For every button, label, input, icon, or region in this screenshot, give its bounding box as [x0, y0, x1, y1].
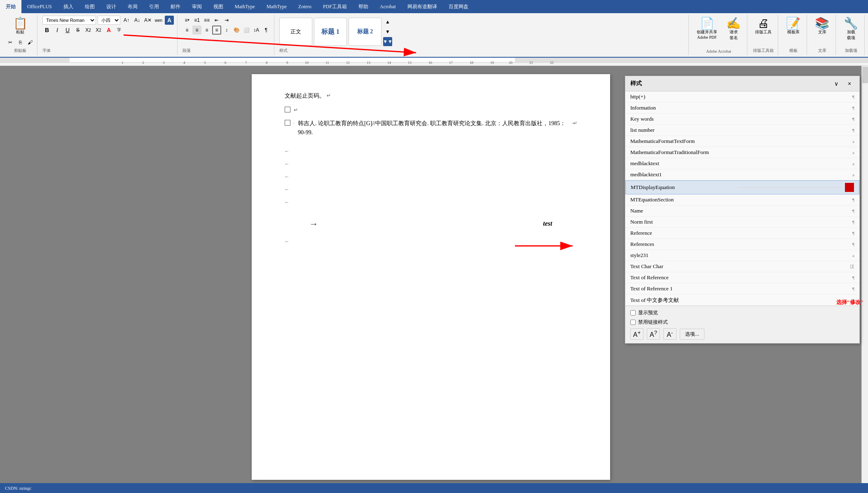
manage-styles-button[interactable]: A- — [663, 328, 676, 340]
list-item[interactable]: Text of Reference ¶ — [625, 272, 859, 283]
checkbox-1[interactable] — [285, 107, 290, 112]
font-A-button[interactable]: A — [165, 16, 174, 25]
underline-button[interactable]: U — [63, 26, 72, 35]
addons-group: 🔧 加载载项 加载项 — [838, 15, 865, 55]
subscript-button[interactable]: X2 — [84, 26, 93, 35]
test-row: → test — [285, 216, 577, 232]
tab-mathtype1[interactable]: MathType — [229, 0, 261, 13]
tab-officeplus[interactable]: OfficePLUS — [21, 0, 58, 13]
sort-button[interactable]: ↕A — [252, 26, 261, 35]
cut-button[interactable]: ✂ — [6, 38, 15, 47]
align-left-button[interactable]: ≡ — [182, 26, 192, 35]
justify-button[interactable]: ≡ — [212, 26, 221, 35]
list-item[interactable]: Text of 中文参考文献 ¶ — [625, 294, 859, 306]
tab-baidu[interactable]: 百度网盘 — [443, 0, 474, 13]
tab-review[interactable]: 审阅 — [186, 0, 208, 13]
bullet-list-button[interactable]: ≡• — [182, 16, 192, 25]
tab-view[interactable]: 视图 — [208, 0, 229, 13]
create-pdf-button[interactable]: 📄 创建并共享Adobe PDF — [693, 16, 721, 43]
tab-pdftoolbox[interactable]: PDF工具箱 — [317, 0, 353, 13]
styles-expand[interactable]: ▼▼ — [383, 37, 392, 46]
format-painter-button[interactable]: 🖌 — [26, 38, 35, 47]
list-item[interactable]: Key words ¶ — [625, 114, 859, 125]
italic-button[interactable]: I — [53, 26, 62, 35]
list-item[interactable]: Text Char Char 汉 — [625, 261, 859, 272]
list-item[interactable]: medblacktext a — [625, 158, 859, 169]
tab-mail[interactable]: 邮件 — [165, 0, 186, 13]
list-item[interactable]: MathematicaFormatTraditionalForm a — [625, 147, 859, 158]
show-marks-button[interactable]: ¶ — [262, 26, 271, 35]
styles-panel-minimize[interactable]: ∨ — [831, 79, 841, 89]
numbered-list-button[interactable]: ≡1 — [192, 16, 201, 25]
list-item[interactable]: Information ¶ — [625, 103, 859, 114]
list-item[interactable]: medblacktext1 a — [625, 169, 859, 180]
list-item[interactable]: References ¶ — [625, 239, 859, 250]
list-item[interactable]: MTEquationSection ¶ — [625, 194, 859, 206]
superscript-button[interactable]: X2 — [94, 26, 103, 35]
list-item[interactable]: Name ¶ — [625, 206, 859, 217]
disable-links-row: 禁用链接样式 — [630, 319, 854, 326]
show-preview-checkbox[interactable] — [630, 310, 636, 315]
tab-insert[interactable]: 插入 — [58, 0, 79, 13]
decrease-font-button[interactable]: A↓ — [133, 16, 142, 25]
list-item[interactable]: Reference ¶ — [625, 228, 859, 239]
increase-font-button[interactable]: A↑ — [122, 16, 131, 25]
style-heading1[interactable]: 标题 1 — [314, 18, 347, 46]
clear-format-button[interactable]: A✕ — [143, 16, 152, 25]
addons-button[interactable]: 🔧 加载载项 — [840, 16, 862, 43]
paste-button[interactable]: 📋 粘贴 — [9, 16, 31, 37]
template-button[interactable]: 📝 模板库 — [782, 16, 804, 37]
list-item[interactable]: list number ¶ — [625, 125, 859, 136]
tab-design[interactable]: 设计 — [101, 0, 122, 13]
ref-intro-line: 文献起止页码。 ↵ — [285, 91, 577, 101]
styles-scroll-up[interactable]: ▲ — [383, 17, 392, 26]
print-tools-button[interactable]: 🖨 排版工具 — [751, 16, 775, 37]
font-size-select[interactable]: 小四 — [98, 16, 120, 25]
scrollbar-thumb[interactable] — [862, 67, 868, 83]
list-item[interactable]: http(+) ¶ — [625, 91, 859, 103]
align-center-button[interactable]: ≡ — [192, 26, 201, 35]
library-button[interactable]: 📚 文库 — [811, 16, 833, 37]
list-item[interactable]: MathematicaFormatTextForm a — [625, 136, 859, 147]
style-normal[interactable]: 正文 — [279, 18, 312, 46]
style-heading2[interactable]: 标题 2 — [349, 18, 381, 46]
list-item[interactable]: Text of Reference 1 ¶ — [625, 283, 859, 294]
paste-icon: 📋 — [13, 18, 28, 29]
tab-mathtype2[interactable]: MathType — [261, 0, 292, 13]
font-color-btn[interactable]: A — [104, 26, 113, 35]
strikethrough-button[interactable]: S — [73, 26, 82, 35]
tab-help[interactable]: 帮助 — [353, 0, 374, 13]
tab-youdao[interactable]: 网易有道翻译 — [402, 0, 443, 13]
list-item[interactable]: Norm first ¶ — [625, 217, 859, 228]
options-button[interactable]: 选项... — [680, 329, 704, 340]
style-inspector-button[interactable]: A? — [647, 328, 660, 340]
tab-home[interactable]: 开始 — [0, 0, 21, 13]
border-button[interactable]: ⬜ — [242, 26, 251, 35]
disable-links-checkbox[interactable] — [630, 320, 636, 325]
tab-draw[interactable]: 绘图 — [79, 0, 101, 13]
line-spacing-button[interactable]: ↕ — [222, 26, 231, 35]
align-right-button[interactable]: ≡ — [202, 26, 211, 35]
vertical-scrollbar[interactable] — [861, 66, 868, 488]
tab-references[interactable]: 引用 — [143, 0, 165, 13]
shading-button[interactable]: 🎨 — [232, 26, 241, 35]
list-item-mtdisplay[interactable]: MTDisplayEquation — [625, 180, 859, 194]
font-name-select[interactable]: Times New Roman — [42, 16, 96, 25]
tab-zotero[interactable]: Zotero — [292, 0, 317, 13]
bold-button[interactable]: B — [42, 26, 51, 35]
checkbox-2[interactable] — [285, 120, 290, 126]
tab-acrobat[interactable]: Acrobat — [374, 0, 402, 13]
new-style-button[interactable]: A+ — [630, 328, 643, 340]
styles-scroll-down[interactable]: ▼ — [383, 27, 392, 36]
tab-layout[interactable]: 布局 — [122, 0, 143, 13]
increase-indent-button[interactable]: ⇥ — [222, 16, 231, 25]
font-wen-button[interactable]: wen — [154, 16, 163, 25]
styles-panel-close[interactable]: × — [845, 79, 854, 89]
ribbon-tabs: 开始 OfficePLUS 插入 绘图 设计 布局 引用 邮件 审阅 视图 Ma… — [0, 0, 868, 13]
decrease-indent-button[interactable]: ⇤ — [212, 16, 221, 25]
list-item[interactable]: style231 a — [625, 250, 859, 261]
multilevel-list-button[interactable]: ≡≡ — [202, 16, 211, 25]
char-spacing-btn[interactable]: 字 — [115, 26, 124, 35]
copy-button[interactable]: ⎘ — [16, 38, 25, 47]
request-sign-button[interactable]: ✍ 请求签名 — [723, 16, 744, 43]
